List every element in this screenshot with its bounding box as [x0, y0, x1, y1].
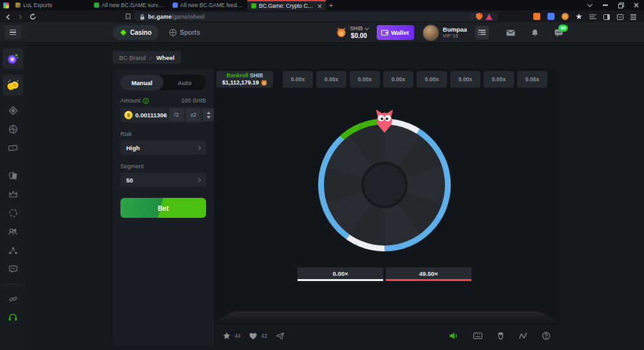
half-amount-button[interactable]: /2: [169, 108, 184, 121]
breadcrumb-brand[interactable]: BC Brand: [119, 54, 146, 61]
adblock-shield-icon[interactable]: [476, 11, 482, 23]
chevron-right-icon: [196, 145, 201, 150]
sidebar-refer-icon[interactable]: [0, 222, 26, 241]
quests-button[interactable]: [475, 26, 489, 39]
browser-menu-icon[interactable]: [630, 11, 636, 23]
tab-close-icon[interactable]: [317, 4, 322, 8]
result-multipliers: 0.00× 49.50×: [298, 267, 471, 281]
reading-list-icon[interactable]: [589, 11, 596, 23]
user-vip-level: VIP 15: [443, 33, 467, 39]
sidebar-racing-icon[interactable]: [0, 166, 26, 185]
sidebar-casino-icon[interactable]: [0, 101, 26, 120]
sidebar-support-headphones-icon[interactable]: [0, 308, 26, 327]
window-restore-icon[interactable]: [613, 0, 629, 10]
recent-multiplier[interactable]: 0.00x: [450, 71, 480, 88]
segment-label: Segment: [120, 163, 206, 170]
browser-tab-survey[interactable]: All new BC.GAME survey & feedback: [90, 0, 169, 10]
chat-unread-badge: 99: [558, 24, 568, 32]
share-plane-icon[interactable]: [276, 333, 284, 340]
sidebar-toggle-icon[interactable]: [5, 25, 21, 39]
recent-multiplier[interactable]: 0.00x: [383, 71, 413, 88]
back-button[interactable]: [5, 11, 11, 23]
segment-select[interactable]: 50: [120, 173, 206, 187]
tab-favicon: [251, 3, 256, 8]
sports-tab[interactable]: Sports: [162, 25, 207, 40]
risk-select[interactable]: High: [120, 141, 206, 155]
extensions-puzzle-icon[interactable]: [576, 11, 582, 23]
url-text: bc.game/game/wheel: [148, 14, 205, 20]
step-up-icon: [207, 112, 211, 114]
bankroll-currency: SHIB: [250, 72, 263, 79]
casino-tab[interactable]: Casino: [113, 25, 158, 40]
double-amount-button[interactable]: x2: [186, 108, 200, 121]
coin-icon: $: [124, 111, 133, 119]
side-panel-icon[interactable]: [603, 11, 610, 23]
help-icon[interactable]: [542, 332, 550, 340]
window-menu-icon[interactable]: [582, 0, 598, 10]
amount-stepper[interactable]: [203, 108, 214, 121]
bookmark-icon[interactable]: [126, 11, 131, 23]
sidebar-sports-icon[interactable]: [0, 120, 26, 139]
recent-multiplier[interactable]: 0.00x: [484, 71, 514, 88]
auto-tab[interactable]: Auto: [164, 75, 207, 90]
sidebar-forum-icon[interactable]: [0, 260, 26, 278]
notifications-button[interactable]: [529, 29, 540, 37]
new-tab-button[interactable]: +: [326, 0, 336, 10]
tab-favicon: [173, 3, 178, 8]
risk-value: High: [126, 144, 140, 151]
currency-selector[interactable]: SHIB $0.00: [336, 26, 368, 39]
forward-button[interactable]: [17, 11, 23, 23]
browser-tab-lol-esports[interactable]: LoL Esports: [12, 0, 90, 10]
extension-icon-orange[interactable]: [533, 13, 540, 20]
favorite-star-icon[interactable]: [223, 332, 231, 340]
recent-multiplier[interactable]: 0.00x: [283, 71, 313, 88]
info-icon[interactable]: [143, 98, 149, 104]
warning-triangle-icon[interactable]: [486, 11, 493, 23]
sound-on-icon[interactable]: [450, 332, 459, 340]
window-close-icon[interactable]: [629, 0, 644, 10]
chevron-right-icon: [196, 177, 201, 182]
bell-icon: [531, 29, 538, 37]
user-profile[interactable]: Bumpaa VIP 15: [422, 24, 467, 41]
recent-multiplier[interactable]: 0.00x: [350, 71, 380, 88]
risk-label: Risk: [120, 131, 206, 137]
quests-list-icon: [478, 30, 486, 35]
browser-tab-bar: LoL Esports All new BC.GAME survey & fee…: [0, 0, 644, 10]
messages-button[interactable]: [505, 30, 516, 36]
amount-value[interactable]: 0.00111306: [135, 112, 167, 119]
window-minimize-icon[interactable]: [598, 0, 613, 10]
stage-platform: [214, 311, 559, 322]
browser-workspaces-icon[interactable]: [0, 0, 12, 10]
extension-icon-circle[interactable]: [562, 13, 569, 20]
sidebar-spin-icon[interactable]: [0, 204, 26, 222]
bet-button[interactable]: Bet: [120, 198, 206, 218]
sidebar-bonus-target-icon[interactable]: [3, 48, 23, 69]
sidebar-vip-crown-icon[interactable]: [0, 185, 26, 204]
chat-button[interactable]: 99: [553, 29, 564, 37]
sidebar-affiliate-icon[interactable]: [0, 241, 26, 260]
hotkeys-keyboard-icon[interactable]: [473, 333, 482, 339]
downloads-icon[interactable]: [617, 11, 623, 23]
tab-favicon: [15, 3, 21, 8]
reload-button[interactable]: [30, 11, 36, 23]
live-stats-icon[interactable]: [519, 332, 527, 340]
manual-tab[interactable]: Manual: [120, 75, 164, 90]
browser-tab-feedback[interactable]: All new BC.GAME feedback: [169, 0, 247, 10]
sidebar-coins-icon[interactable]: [3, 75, 23, 95]
wallet-icon: [381, 30, 388, 35]
recent-multiplier[interactable]: 0.00x: [417, 71, 447, 88]
fairness-seed-icon[interactable]: [497, 332, 504, 340]
like-heart-icon[interactable]: [249, 333, 257, 340]
recent-multiplier[interactable]: 0.00x: [316, 71, 346, 88]
user-avatar[interactable]: [422, 24, 439, 41]
extension-icon-blue[interactable]: [547, 13, 554, 20]
wallet-button[interactable]: Wallet: [377, 25, 414, 40]
sidebar-link-icon[interactable]: [0, 289, 26, 308]
browser-tab-bcgame-active[interactable]: BC.Game: Crypto Casino Games &: [247, 0, 326, 10]
recent-multiplier[interactable]: 0.00x: [517, 71, 547, 88]
address-bar[interactable]: bc.game/game/wheel |: [134, 12, 498, 21]
amount-input[interactable]: $ 0.00111306 /2 x2: [120, 107, 206, 122]
site-header: Casino Sports SHIB $0.00 Wallet: [26, 23, 644, 43]
extension-row: [533, 11, 639, 23]
sidebar-lottery-icon[interactable]: [0, 139, 26, 157]
